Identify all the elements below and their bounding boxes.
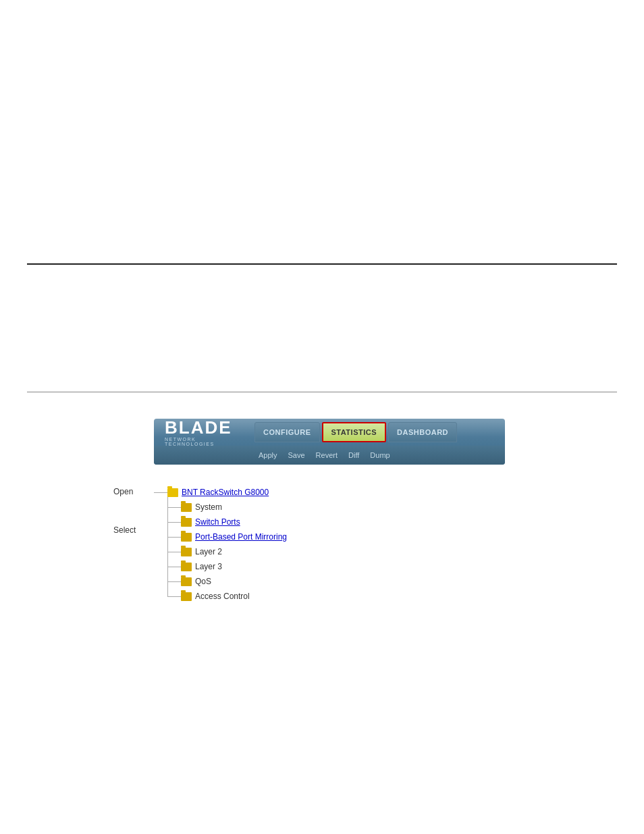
tree-connector-layer2 — [167, 552, 181, 552]
tree-connector-layer3 — [167, 567, 181, 567]
tree-connector-system — [167, 507, 181, 508]
open-label: Open — [113, 487, 133, 496]
tree-connector-accesscontrol — [167, 596, 181, 597]
tree-item-port-mirroring: Port-Based Port Mirroring — [154, 529, 437, 544]
folder-icon-accesscontrol — [181, 592, 192, 601]
select-label: Select — [113, 525, 136, 535]
brand-name: BLADE — [165, 419, 232, 436]
tree-label-switch-ports[interactable]: Switch Ports — [195, 517, 240, 527]
tree-item-switch-ports: Switch Ports — [154, 515, 437, 529]
tree-connector-portmirroring — [167, 537, 181, 538]
tree-connector-switchports — [167, 522, 181, 523]
brand-area: BLADE NETWORK TECHNOLOGIES — [158, 419, 252, 446]
folder-icon-system — [181, 503, 192, 512]
tree-label-system: System — [195, 502, 222, 512]
tree-area: Open Select BNT RackSwitch G8000 System … — [154, 485, 437, 604]
folder-icon-layer3 — [181, 563, 192, 571]
action-apply[interactable]: Apply — [259, 451, 277, 459]
tree-item-access-control: Access Control — [154, 589, 437, 604]
tab-statistics[interactable]: STATISTICS — [322, 422, 387, 442]
tab-configure[interactable]: CONFIGURE — [254, 422, 320, 442]
folder-icon-qos — [181, 577, 192, 586]
divider-bottom — [27, 392, 617, 392]
tree-item-layer3: Layer 3 — [154, 559, 437, 574]
tree-connector-qos — [167, 581, 181, 582]
action-save[interactable]: Save — [288, 451, 305, 459]
folder-icon-bnt — [167, 488, 178, 497]
nav-tabs-row: BLADE NETWORK TECHNOLOGIES CONFIGURE STA… — [154, 419, 505, 446]
tree-label-layer2: Layer 2 — [195, 547, 222, 556]
action-revert[interactable]: Revert — [316, 451, 338, 459]
folder-icon-layer2 — [181, 548, 192, 556]
nav-actions-row: Apply Save Revert Diff Dump — [154, 446, 505, 465]
tree-label-layer3: Layer 3 — [195, 562, 222, 571]
divider-top — [27, 263, 617, 265]
folder-icon-switchports — [181, 518, 192, 527]
tree-item-layer2: Layer 2 — [154, 544, 437, 559]
tree-label-qos: QoS — [195, 577, 211, 586]
tree-label-access-control: Access Control — [195, 592, 250, 601]
tree-connector-0 — [154, 492, 167, 493]
tree-item-qos: QoS — [154, 574, 437, 589]
tree-item-bnt-rackswitch: BNT RackSwitch G8000 — [154, 485, 437, 500]
brand-subtitle: NETWORK TECHNOLOGIES — [165, 437, 246, 446]
tree-label-bnt-rackswitch[interactable]: BNT RackSwitch G8000 — [182, 488, 269, 497]
action-dump[interactable]: Dump — [370, 451, 390, 459]
action-diff[interactable]: Diff — [348, 451, 359, 459]
tab-dashboard[interactable]: DASHBOARD — [388, 422, 457, 442]
tree-item-system: System — [154, 500, 437, 515]
tree-label-port-mirroring[interactable]: Port-Based Port Mirroring — [195, 532, 287, 542]
navigation-bar: BLADE NETWORK TECHNOLOGIES CONFIGURE STA… — [154, 419, 505, 465]
folder-icon-portmirroring — [181, 533, 192, 542]
